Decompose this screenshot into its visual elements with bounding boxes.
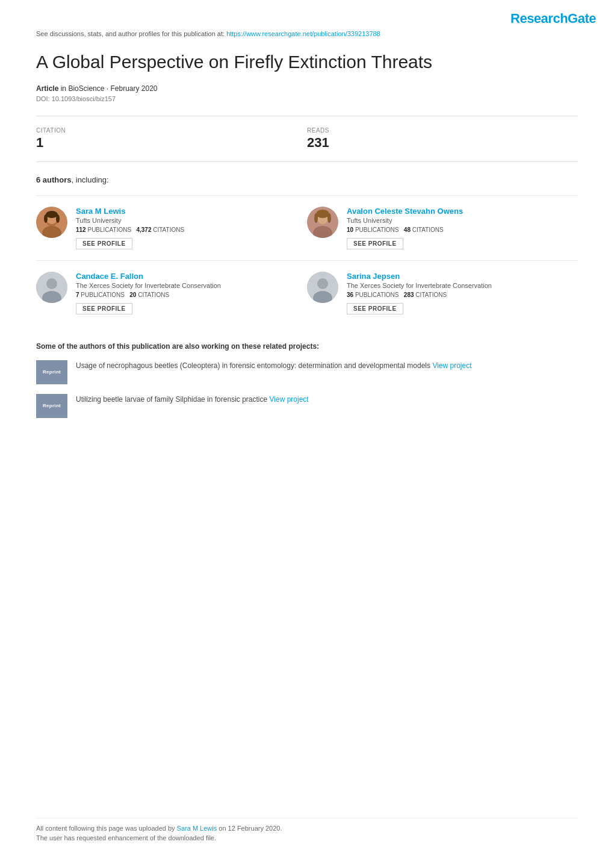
author-info-0: Sara M Lewis Tufts University 112 PUBLIC… bbox=[76, 207, 295, 249]
svg-point-4 bbox=[46, 211, 58, 218]
footer-line-2: The user has requested enhancement of th… bbox=[36, 834, 578, 841]
middle-divider bbox=[36, 161, 578, 162]
svg-point-12 bbox=[327, 213, 331, 223]
doi-line: DOI: 10.1093/biosci/biz157 bbox=[36, 95, 578, 102]
journal-name: BioScience bbox=[68, 84, 104, 93]
author-name-0[interactable]: Sara M Lewis bbox=[76, 207, 295, 216]
footer-suffix: on 12 February 2020. bbox=[219, 825, 282, 832]
svg-point-14 bbox=[46, 278, 57, 289]
researchgate-logo-area: ResearchGate bbox=[510, 11, 596, 27]
article-date: February 2020 bbox=[110, 84, 157, 93]
top-link-line: See discussions, stats, and author profi… bbox=[36, 30, 578, 37]
paper-title: A Global Perspective on Firefly Extincti… bbox=[36, 51, 554, 73]
author-name-2[interactable]: Candace E. Fallon bbox=[76, 272, 295, 281]
project-view-link-0[interactable]: View project bbox=[432, 361, 471, 370]
svg-point-17 bbox=[317, 278, 328, 289]
author-card-0: Sara M Lewis Tufts University 112 PUBLIC… bbox=[36, 195, 307, 260]
top-link-text: See discussions, stats, and author profi… bbox=[36, 30, 225, 37]
avatar-sarina-icon bbox=[307, 272, 338, 303]
footer-line-1: All content following this page was uplo… bbox=[36, 825, 578, 832]
authors-heading: 6 authors, including: bbox=[36, 175, 578, 184]
project-item-0: Reprint Usage of necrophagous beetles (C… bbox=[36, 360, 578, 384]
reads-stat: READS 231 bbox=[307, 127, 578, 151]
author-name-1[interactable]: Avalon Celeste Stevahn Owens bbox=[347, 207, 566, 216]
project-text-1: Utilizing beetle larvae of family Silphi… bbox=[76, 394, 309, 405]
project-description-0: Usage of necrophagous beetles (Coleopter… bbox=[76, 361, 430, 370]
article-meta: Article in BioScience · February 2020 bbox=[36, 84, 578, 93]
project-text-0: Usage of necrophagous beetles (Coleopter… bbox=[76, 360, 472, 371]
svg-point-5 bbox=[44, 214, 48, 223]
project-thumb-0: Reprint bbox=[36, 360, 67, 384]
project-thumb-1: Reprint bbox=[36, 394, 67, 418]
author-stats-0: 112 PUBLICATIONS 4,372 CITATIONS bbox=[76, 226, 295, 233]
author-card-1: Avalon Celeste Stevahn Owens Tufts Unive… bbox=[307, 195, 578, 260]
citation-value: 1 bbox=[36, 135, 307, 151]
related-projects-heading: Some of the authors of this publication … bbox=[36, 342, 578, 351]
citation-label: CITATION bbox=[36, 127, 307, 134]
author-avatar-3 bbox=[307, 272, 338, 303]
doi-label: DOI: bbox=[36, 95, 50, 102]
author-affiliation-1: Tufts University bbox=[347, 217, 566, 224]
authors-count: 6 authors bbox=[36, 175, 72, 184]
author-affiliation-3: The Xerces Society for Invertebrate Cons… bbox=[347, 282, 566, 289]
avatar-sara-icon bbox=[36, 207, 67, 238]
see-profile-button-1[interactable]: SEE PROFILE bbox=[347, 238, 403, 249]
reads-value: 231 bbox=[307, 135, 578, 151]
see-profile-button-2[interactable]: SEE PROFILE bbox=[76, 303, 132, 314]
footer-uploader-link[interactable]: Sara M Lewis bbox=[177, 825, 217, 832]
in-word: in bbox=[61, 84, 69, 93]
avatar-avalon-icon bbox=[307, 207, 338, 238]
footer-prefix: All content following this page was uplo… bbox=[36, 825, 175, 832]
publication-url[interactable]: https://www.researchgate.net/publication… bbox=[226, 30, 380, 37]
top-divider bbox=[36, 116, 578, 116]
see-profile-button-0[interactable]: SEE PROFILE bbox=[76, 238, 132, 249]
svg-point-11 bbox=[314, 213, 318, 223]
authors-grid: Sara M Lewis Tufts University 112 PUBLIC… bbox=[36, 195, 578, 325]
stats-row: CITATION 1 READS 231 bbox=[36, 127, 578, 151]
see-profile-button-3[interactable]: SEE PROFILE bbox=[347, 303, 403, 314]
citation-stat: CITATION 1 bbox=[36, 127, 307, 151]
project-item-1: Reprint Utilizing beetle larvae of famil… bbox=[36, 394, 578, 418]
author-avatar-2 bbox=[36, 272, 67, 303]
author-info-3: Sarina Jepsen The Xerces Society for Inv… bbox=[347, 272, 566, 314]
author-info-2: Candace E. Fallon The Xerces Society for… bbox=[76, 272, 295, 314]
author-card-2: Candace E. Fallon The Xerces Society for… bbox=[36, 260, 307, 325]
main-content: See discussions, stats, and author profi… bbox=[0, 0, 614, 464]
author-name-3[interactable]: Sarina Jepsen bbox=[347, 272, 566, 281]
author-info-1: Avalon Celeste Stevahn Owens Tufts Unive… bbox=[347, 207, 566, 249]
footer: All content following this page was uplo… bbox=[36, 818, 578, 844]
author-card-3: Sarina Jepsen The Xerces Society for Inv… bbox=[307, 260, 578, 325]
author-stats-3: 36 PUBLICATIONS 283 CITATIONS bbox=[347, 292, 566, 298]
author-avatar-1 bbox=[307, 207, 338, 238]
reads-label: READS bbox=[307, 127, 578, 134]
project-description-1: Utilizing beetle larvae of family Silphi… bbox=[76, 395, 267, 404]
svg-point-6 bbox=[56, 214, 60, 223]
author-avatar-0 bbox=[36, 207, 67, 238]
researchgate-logo: ResearchGate bbox=[510, 11, 596, 26]
article-type: Article bbox=[36, 84, 58, 93]
project-view-link-1[interactable]: View project bbox=[270, 395, 309, 404]
author-stats-1: 10 PUBLICATIONS 48 CITATIONS bbox=[347, 226, 566, 233]
author-affiliation-0: Tufts University bbox=[76, 217, 295, 224]
author-affiliation-2: The Xerces Society for Invertebrate Cons… bbox=[76, 282, 295, 289]
avatar-candace-icon bbox=[36, 272, 67, 303]
svg-point-10 bbox=[316, 210, 329, 218]
author-stats-2: 7 PUBLICATIONS 20 CITATIONS bbox=[76, 292, 295, 298]
doi-value: 10.1093/biosci/biz157 bbox=[52, 95, 116, 102]
authors-suffix: , including: bbox=[72, 175, 109, 184]
